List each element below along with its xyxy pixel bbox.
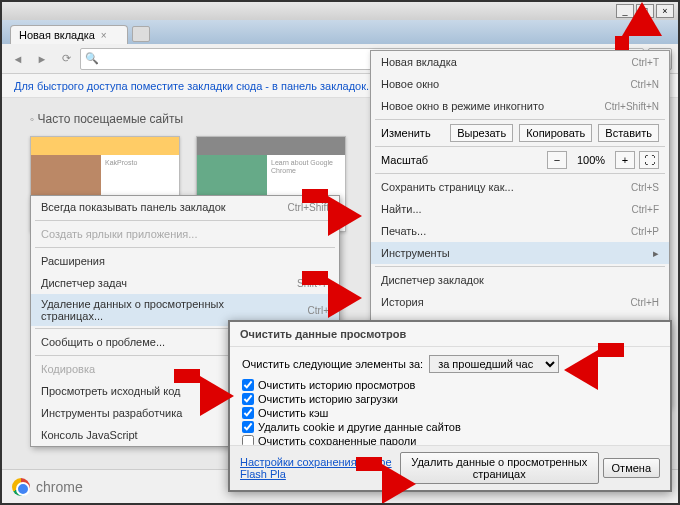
submenu-item[interactable]: Всегда показывать панель закладокCtrl+Sh… <box>31 196 339 218</box>
copy-button[interactable]: Копировать <box>519 124 592 142</box>
menu-item[interactable]: ИсторияCtrl+H <box>371 291 669 313</box>
browser-tab[interactable]: Новая вкладка × <box>10 25 128 44</box>
checkbox-row[interactable]: Удалить cookie и другие данные сайтов <box>242 421 658 433</box>
submenu-item[interactable]: Диспетчер задачShift+F <box>31 272 339 294</box>
tab-strip: Новая вкладка × <box>2 20 678 44</box>
reload-button[interactable]: ⟳ <box>56 49 76 69</box>
period-select[interactable]: за прошедший час <box>429 355 559 373</box>
menu-item[interactable]: Новое окноCtrl+N <box>371 73 669 95</box>
checkbox[interactable] <box>242 407 254 419</box>
brand-label: chrome <box>36 479 83 495</box>
menu-item[interactable]: Сохранить страницу как...Ctrl+S <box>371 176 669 198</box>
submenu-item: Создать ярлыки приложения... <box>31 223 339 245</box>
checkbox-row[interactable]: Очистить историю загрузки <box>242 393 658 405</box>
tab-title: Новая вкладка <box>19 29 95 41</box>
menu-item[interactable]: Инструменты▸ <box>371 242 669 264</box>
checkbox-row[interactable]: Очистить кэш <box>242 407 658 419</box>
fullscreen-button[interactable]: ⛶ <box>639 151 659 169</box>
menu-item[interactable]: Найти...Ctrl+F <box>371 198 669 220</box>
checkbox[interactable] <box>242 393 254 405</box>
new-tab-button[interactable] <box>132 26 150 42</box>
chrome-logo-icon <box>12 478 30 496</box>
window-titlebar: _ □ × <box>2 2 678 20</box>
checkbox-label: Очистить кэш <box>258 407 328 419</box>
menu-item[interactable]: Новая вкладкаCtrl+T <box>371 51 669 73</box>
menu-item[interactable]: Новое окно в режиме инкогнитоCtrl+Shift+… <box>371 95 669 117</box>
checkbox-label: Удалить cookie и другие данные сайтов <box>258 421 461 433</box>
search-icon: 🔍 <box>85 52 99 65</box>
checkbox[interactable] <box>242 379 254 391</box>
menu-item[interactable]: Диспетчер закладок <box>371 269 669 291</box>
checkbox[interactable] <box>242 421 254 433</box>
period-label: Очистить следующие элементы за: <box>242 358 423 370</box>
menu-item[interactable]: Печать...Ctrl+P <box>371 220 669 242</box>
paste-button[interactable]: Вставить <box>598 124 659 142</box>
back-button[interactable]: ◄ <box>8 49 28 69</box>
clear-data-button[interactable]: Удалить данные о просмотренных страницах <box>400 452 599 484</box>
submenu-item[interactable]: Расширения <box>31 250 339 272</box>
zoom-value: 100% <box>571 154 611 166</box>
close-tab-icon[interactable]: × <box>101 30 107 41</box>
zoom-row: Масштаб−100%+⛶ <box>371 149 669 171</box>
edit-row: ИзменитьВырезатьКопироватьВставить <box>371 122 669 144</box>
cancel-button[interactable]: Отмена <box>603 458 660 478</box>
zoom-out-button[interactable]: − <box>547 151 567 169</box>
forward-button[interactable]: ► <box>32 49 52 69</box>
checkbox-label: Очистить историю загрузки <box>258 393 398 405</box>
zoom-in-button[interactable]: + <box>615 151 635 169</box>
cut-button[interactable]: Вырезать <box>450 124 513 142</box>
bookmarks-hint: Для быстрого доступа поместите закладки … <box>14 80 369 92</box>
checkbox-label: Очистить историю просмотров <box>258 379 415 391</box>
